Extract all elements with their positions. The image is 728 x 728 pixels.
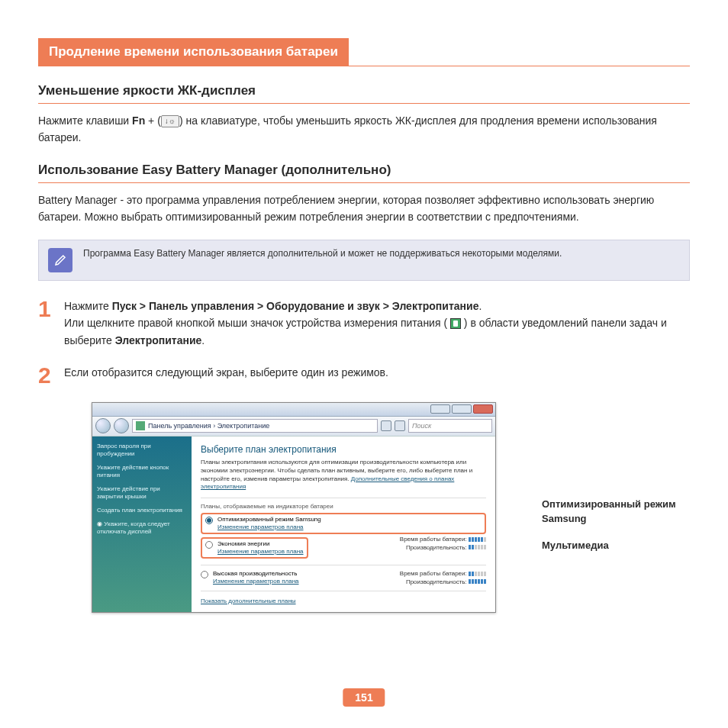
- dropdown-icon[interactable]: [381, 420, 391, 431]
- window-toolbar: Панель управления › Электропитание Поиск: [92, 417, 495, 436]
- callout-multimedia: Мультимедиа: [542, 539, 690, 553]
- battery-tray-icon: [450, 318, 461, 329]
- page-title: Продление времени использования батареи: [38, 38, 349, 66]
- sidebar-link[interactable]: Укажите, когда следует отключать дисплей: [97, 520, 187, 536]
- pane-description: Планы электропитания используются для оп…: [201, 459, 486, 491]
- search-input[interactable]: Поиск: [408, 419, 492, 433]
- pane-title: Выберите план электропитания: [201, 444, 486, 455]
- sidebar-link[interactable]: Укажите действие при закрытии крышки: [97, 485, 187, 501]
- plan-samsung-optimized[interactable]: Оптимизированный режим Samsung Изменение…: [201, 513, 486, 534]
- plan-meters: Время работы батареи: Производительность…: [400, 536, 486, 552]
- step-number: 1: [38, 298, 64, 349]
- plan-radio[interactable]: [205, 517, 213, 524]
- divider: [201, 565, 486, 565]
- plan-high-performance[interactable]: Высокая производительность Изменение пар…: [201, 570, 486, 586]
- main-pane: Выберите план электропитания Планы элект…: [192, 436, 495, 612]
- change-plan-link[interactable]: Изменение параметров плана: [213, 578, 299, 585]
- sidebar-link[interactable]: Запрос пароля при пробуждении: [97, 443, 187, 458]
- address-bar[interactable]: Панель управления › Электропитание: [132, 419, 378, 433]
- meter-bar-icon: [469, 545, 486, 549]
- brightness-down-key-icon: ↓☼: [161, 115, 179, 127]
- step-1: 1 Нажмите Пуск > Панель управления > Обо…: [38, 298, 690, 349]
- text: Или щелкните правой кнопкой мыши значок …: [64, 317, 450, 329]
- close-button[interactable]: [473, 404, 493, 414]
- divider: [201, 498, 486, 498]
- meter-label: Производительность:: [406, 544, 467, 551]
- change-plan-link[interactable]: Изменение параметров плана: [217, 523, 304, 530]
- sidebar-link[interactable]: Создать план электропитания: [97, 507, 187, 514]
- section-label: Планы, отображаемые на индикаторе батаре…: [201, 503, 486, 510]
- maximize-button[interactable]: [452, 404, 472, 414]
- sidebar: Запрос пароля при пробуждении Укажите де…: [92, 436, 192, 612]
- pencil-note-icon: [48, 248, 72, 272]
- text: Нажмите клавиши: [38, 114, 132, 127]
- callouts: Оптимизированный режим Samsung Мультимед…: [542, 402, 690, 553]
- fn-key-label: Fn: [132, 114, 145, 127]
- meter-label: Время работы батареи:: [400, 570, 467, 577]
- menu-label: Электропитание: [115, 334, 202, 346]
- meter-label: Производительность:: [406, 578, 467, 585]
- forward-button[interactable]: [114, 418, 129, 433]
- step-text: Нажмите Пуск > Панель управления > Обору…: [64, 298, 690, 349]
- paragraph-2: Battery Manager - это программа управлен…: [38, 192, 690, 225]
- divider: [201, 591, 486, 591]
- note-text: Программа Easy Battery Manager является …: [83, 248, 562, 259]
- plan-radio[interactable]: [201, 571, 208, 578]
- paragraph-1: Нажмите клавиши Fn + (↓☼) на клавиатуре,…: [38, 113, 690, 146]
- plan-name: Оптимизированный режим Samsung: [217, 516, 321, 523]
- breadcrumb: Панель управления › Электропитание: [148, 422, 269, 430]
- title-divider: [38, 66, 690, 66]
- text: Нажмите: [64, 300, 112, 312]
- meter-bar-icon: [469, 537, 486, 542]
- meter-bar-icon: [469, 579, 486, 584]
- step-number: 2: [38, 364, 64, 387]
- plan-meters: Время работы батареи: Производительность…: [400, 570, 486, 586]
- subheading-1: Уменьшение яркости ЖК-дисплея: [38, 83, 690, 104]
- sidebar-link[interactable]: Укажите действие кнопок питания: [97, 464, 187, 479]
- callout-samsung-optimized: Оптимизированный режим Samsung: [542, 498, 690, 527]
- step-2: 2 Если отобразится следующий экран, выбе…: [38, 364, 690, 387]
- change-plan-link[interactable]: Изменение параметров плана: [217, 548, 304, 555]
- page-number: 151: [343, 688, 385, 707]
- path-label: Пуск > Панель управления > Оборудование …: [112, 300, 479, 312]
- plan-radio[interactable]: [205, 541, 213, 549]
- subheading-2: Использование Easy Battery Manager (допо…: [38, 163, 690, 183]
- text: .: [201, 334, 205, 346]
- screenshot-row: Панель управления › Электропитание Поиск…: [92, 402, 690, 613]
- step-text: Если отобразится следующий экран, выбери…: [64, 364, 690, 387]
- window-titlebar: [92, 403, 495, 417]
- text: .: [478, 300, 482, 312]
- plan-name: Экономия энергии: [217, 540, 269, 547]
- minimize-button[interactable]: [430, 404, 450, 414]
- back-button[interactable]: [95, 418, 111, 433]
- plan-energy-saver-row: Экономия энергии Изменение параметров пл…: [201, 536, 486, 560]
- text: + (: [145, 114, 161, 127]
- note-box: Программа Easy Battery Manager является …: [38, 240, 690, 281]
- meter-label: Время работы батареи:: [400, 536, 467, 543]
- plan-name: Высокая производительность: [213, 570, 298, 577]
- plan-energy-saver[interactable]: Экономия энергии Изменение параметров пл…: [201, 537, 308, 559]
- window-power-options: Панель управления › Электропитание Поиск…: [92, 402, 496, 613]
- meter-bar-icon: [469, 572, 486, 576]
- control-panel-icon: [136, 421, 145, 430]
- refresh-button[interactable]: [395, 420, 405, 431]
- show-more-plans-link[interactable]: Показать дополнительные планы: [201, 598, 486, 604]
